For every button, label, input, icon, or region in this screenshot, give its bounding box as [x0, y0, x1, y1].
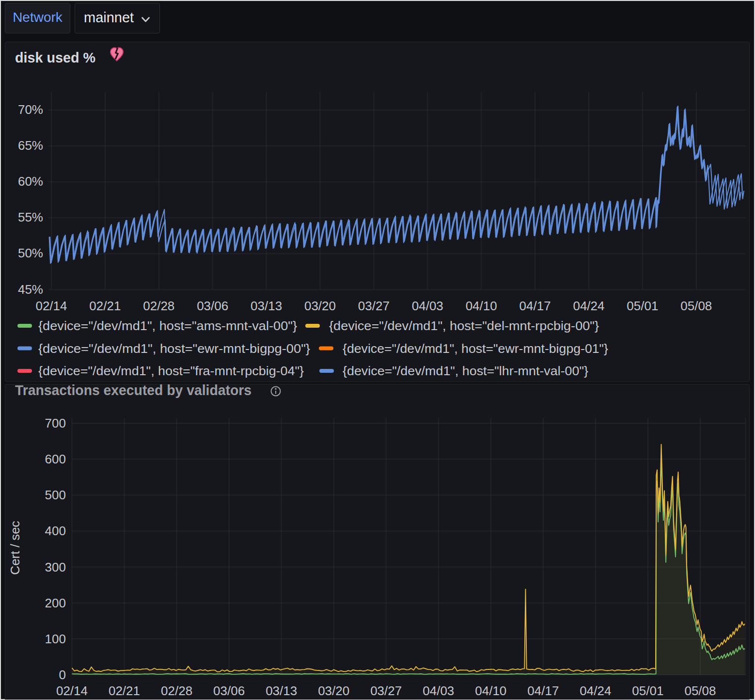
svg-text:50%: 50% [18, 246, 43, 260]
svg-text:05/08: 05/08 [684, 684, 716, 698]
svg-text:100: 100 [45, 631, 66, 646]
svg-text:04/10: 04/10 [466, 299, 497, 313]
svg-text:70%: 70% [18, 102, 43, 117]
svg-text:03/27: 03/27 [358, 299, 390, 313]
svg-text:02/21: 02/21 [109, 684, 140, 698]
svg-text:03/20: 03/20 [318, 684, 349, 698]
svg-text:03/13: 03/13 [251, 299, 282, 313]
svg-text:02/28: 02/28 [143, 299, 174, 313]
svg-text:0: 0 [59, 668, 66, 682]
svg-text:45%: 45% [18, 282, 43, 296]
svg-text:02/14: 02/14 [56, 684, 88, 698]
svg-text:{device="/dev/md1", host="fra-: {device="/dev/md1", host="fra-mnt-rpcbig… [38, 364, 304, 378]
svg-text:300: 300 [45, 559, 66, 574]
svg-text:05/01: 05/01 [632, 684, 663, 698]
svg-text:60%: 60% [18, 174, 43, 189]
svg-text:Cert / sec: Cert / sec [8, 521, 22, 574]
svg-text:600: 600 [45, 452, 66, 466]
svg-text:04/17: 04/17 [519, 299, 551, 313]
svg-text:500: 500 [45, 488, 66, 502]
svg-text:03/06: 03/06 [213, 684, 245, 698]
svg-text:03/20: 03/20 [304, 299, 336, 313]
svg-text:03/06: 03/06 [197, 299, 228, 313]
svg-text:04/24: 04/24 [580, 684, 611, 698]
svg-text:03/27: 03/27 [370, 684, 402, 698]
svg-text:{device="/dev/md1", host="del-: {device="/dev/md1", host="del-mnt-rpcbig… [329, 319, 599, 333]
svg-text:02/14: 02/14 [35, 299, 67, 313]
svg-text:05/01: 05/01 [627, 299, 658, 313]
svg-text:04/24: 04/24 [573, 299, 604, 313]
svg-text:disk used %: disk used % [15, 49, 95, 65]
svg-text:04/10: 04/10 [475, 684, 506, 698]
svg-text:{device="/dev/md1", host="ewr-: {device="/dev/md1", host="ewr-mnt-bigpg-… [38, 341, 310, 355]
svg-text:04/17: 04/17 [527, 684, 559, 698]
svg-text:05/08: 05/08 [680, 299, 712, 313]
svg-text:55%: 55% [18, 210, 43, 224]
svg-text:Transactions executed by valid: Transactions executed by validators [15, 384, 252, 398]
svg-text:{device="/dev/md1", host="lhr-: {device="/dev/md1", host="lhr-mnt-val-00… [343, 364, 588, 378]
svg-text:02/21: 02/21 [89, 299, 121, 313]
svg-text:{device="/dev/md1", host="ams-: {device="/dev/md1", host="ams-mnt-val-00… [38, 319, 297, 333]
svg-text:03/13: 03/13 [266, 684, 297, 698]
svg-text:04/03: 04/03 [423, 684, 454, 698]
svg-text:200: 200 [45, 595, 66, 610]
svg-text:400: 400 [45, 524, 66, 538]
svg-text:65%: 65% [18, 138, 43, 153]
svg-text:{device="/dev/md1", host="ewr-: {device="/dev/md1", host="ewr-mnt-bigpg-… [343, 341, 608, 355]
svg-text:02/28: 02/28 [161, 684, 192, 698]
svg-text:700: 700 [45, 415, 66, 430]
svg-text:04/03: 04/03 [412, 299, 443, 313]
